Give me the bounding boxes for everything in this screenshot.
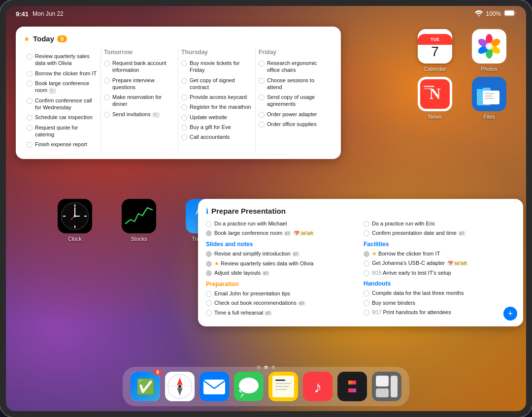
- svg-point-0: [478, 15, 480, 16]
- app-label-photos: Photos: [481, 66, 498, 72]
- dock-app-shortcuts[interactable]: [337, 372, 367, 401]
- tomorrow-column: Tomorrow Request bank account informatio…: [101, 49, 178, 151]
- ipad-screen: 9:41 Mon Jun 22 100%: [6, 6, 526, 411]
- app-label-calendar: Calendar: [424, 66, 446, 72]
- status-date: Mon Jun 22: [33, 10, 64, 17]
- app-icon-stocks[interactable]: Stocks: [109, 199, 168, 242]
- app-icon-clock[interactable]: Clock: [45, 199, 104, 242]
- rem-item: Choose sessions to attend: [259, 77, 330, 91]
- dock-app-messages[interactable]: [234, 372, 264, 401]
- rem-item: Confirm conference call for Wednesday: [27, 97, 98, 111]
- time-full-rehearsal: Time a full rehearsal 🏷: [214, 309, 272, 317]
- app-label-files: Files: [483, 114, 495, 120]
- tomorrow-label: Tomorrow: [104, 49, 175, 56]
- app-icon-photos[interactable]: Photos: [465, 29, 514, 72]
- clock-icon: [58, 199, 92, 233]
- svg-rect-33: [122, 199, 156, 233]
- apps-right-grid: TUE 7 Calendar: [410, 29, 514, 120]
- svg-rect-60: [376, 388, 389, 397]
- rem-item: Register for the marathon: [181, 103, 252, 110]
- app-label-stocks: Stocks: [131, 236, 147, 242]
- slides-notes-section: Slides and notes: [206, 241, 358, 248]
- pres-item: Buy some binders: [364, 299, 515, 306]
- rem-item: Call accountants: [181, 133, 252, 140]
- pres-widget-title: Prepare Presentation: [211, 207, 286, 215]
- rem-item: Review quarterly sales data with Olivia: [27, 53, 98, 67]
- svg-rect-54: [275, 389, 287, 390]
- rem-item: Update website: [181, 114, 252, 121]
- pres-item: Do a practice run with Michael: [206, 220, 358, 227]
- rem-item: Buy a gift for Eve: [181, 124, 252, 130]
- svg-rect-18: [483, 91, 499, 104]
- friday-label: Friday: [259, 49, 330, 56]
- today-column: Review quarterly sales data with Olivia …: [24, 49, 101, 151]
- rem-item: Order power adapter: [259, 111, 330, 118]
- svg-rect-52: [275, 383, 291, 384]
- battery-icon: [504, 10, 516, 18]
- finish-expense-report: Finish expense report: [35, 141, 87, 148]
- files-icon: [472, 77, 506, 111]
- rem-item: Finish expense report: [27, 141, 98, 148]
- pres-left-col: Do a practice run with Michael Book larg…: [206, 220, 358, 319]
- preparation-section: Preparation: [206, 281, 358, 288]
- status-time: 9:41: [16, 10, 29, 18]
- dock-app-mail[interactable]: [200, 372, 229, 401]
- pres-columns: Do a practice run with Michael Book larg…: [206, 220, 515, 319]
- music-icon: ♪: [303, 372, 332, 401]
- rem-item: Prepare interview questions: [104, 77, 175, 91]
- calendar-day-label: TUE: [418, 34, 452, 45]
- messages-icon: [234, 372, 264, 401]
- thursday-label: Thursday: [181, 49, 252, 56]
- pres-item: 9/15 Arrive early to test IT's setup: [364, 269, 515, 276]
- svg-point-32: [74, 215, 76, 217]
- rem-item: Provide access keycard: [181, 94, 252, 100]
- pres-item: Email John for presentation tips: [206, 290, 358, 297]
- pres-item: Compile data for the last three months: [364, 289, 515, 296]
- dock-app-reminders[interactable]: ✅ 9: [131, 372, 160, 401]
- dock-app-notes[interactable]: [268, 372, 298, 401]
- home-content: ★ Today 9 Review quarterly sales data wi…: [6, 22, 526, 411]
- svg-point-44: [178, 385, 181, 388]
- reminders-widget: ★ Today 9 Review quarterly sales data wi…: [16, 27, 341, 159]
- rem-item: Buy movie tickets for Friday: [181, 60, 252, 74]
- calendar-date: 7: [431, 45, 439, 59]
- svg-text:N: N: [429, 85, 440, 102]
- svg-rect-19: [485, 93, 495, 94]
- pres-item: 9/17 Print handouts for attendees: [364, 309, 515, 316]
- rem-item: Book large conference room ᯤ: [27, 80, 98, 94]
- svg-point-10: [486, 43, 493, 50]
- svg-rect-20: [485, 96, 493, 96]
- order-office-supplies: Order office supplies: [267, 121, 317, 128]
- reminders-columns: Review quarterly sales data with Olivia …: [24, 49, 333, 151]
- dock-app-sidenotes[interactable]: [372, 372, 401, 401]
- app-icon-calendar[interactable]: TUE 7 Calendar: [410, 29, 460, 72]
- svg-rect-59: [376, 376, 389, 386]
- app-icon-news[interactable]: N News: [410, 77, 460, 120]
- app-icon-files[interactable]: Files: [465, 77, 514, 120]
- battery-level: 100%: [486, 10, 501, 17]
- info-icon: ℹ: [206, 207, 208, 215]
- presentation-widget: ℹ Prepare Presentation Do a practice run…: [198, 199, 523, 326]
- mail-icon: [200, 372, 229, 401]
- rem-item: Request quote for catering: [27, 124, 98, 138]
- app-label-clock: Clock: [68, 236, 82, 242]
- reminders-widget-title: Today: [33, 34, 54, 43]
- dock-app-music[interactable]: ♪: [303, 372, 332, 401]
- dock-app-safari[interactable]: [165, 372, 195, 401]
- svg-point-48: [239, 378, 259, 393]
- status-right: 100%: [475, 10, 516, 18]
- friday-column: Friday Research ergonomic office chairs …: [256, 49, 333, 151]
- pres-right-col: Do a practice run with Eric Confirm pres…: [364, 220, 515, 319]
- reminders-badge: 9: [57, 35, 67, 42]
- rem-item: Borrow the clicker from IT: [27, 70, 98, 77]
- svg-rect-14: [424, 86, 434, 87]
- sidenotes-icon: [372, 372, 401, 401]
- svg-rect-53: [275, 386, 289, 387]
- reminders-widget-header: ★ Today 9: [24, 34, 333, 43]
- rem-item: Get copy of signed contract: [181, 77, 252, 91]
- pres-item: Do a practice run with Eric: [364, 220, 515, 227]
- rem-item: Send invitations ᯤ: [104, 111, 175, 118]
- dock: ✅ 9: [123, 367, 409, 406]
- status-bar: 9:41 Mon Jun 22 100%: [6, 6, 526, 22]
- star-icon: ★: [24, 35, 30, 43]
